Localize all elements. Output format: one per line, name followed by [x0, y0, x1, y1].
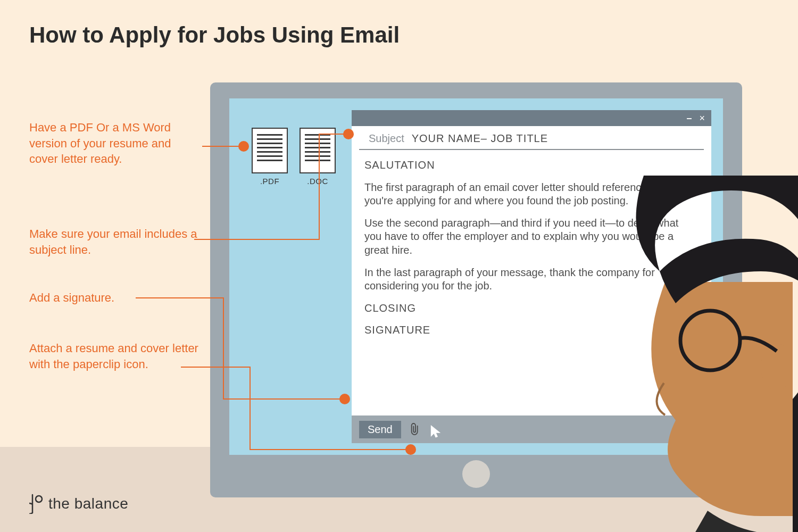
email-body[interactable]: SALUTATION The first paragraph of an ema…: [352, 150, 711, 415]
document-icon: [300, 128, 336, 173]
close-button[interactable]: ×: [699, 113, 705, 124]
tip-attach: Attach a resume and cover letter with th…: [29, 340, 200, 372]
email-window: – × Subject YOUR NAME– JOB TITLE SALUTAT…: [352, 110, 711, 443]
email-titlebar: – ×: [352, 110, 711, 126]
brand-logo: the balance: [29, 494, 128, 514]
tip-signature: Add a signature.: [29, 290, 114, 306]
brand-text: the balance: [48, 495, 128, 512]
document-icon: [252, 128, 288, 173]
svg-point-5: [761, 344, 793, 390]
closing: CLOSING: [364, 302, 699, 315]
file-pdf-label: .PDF: [251, 177, 289, 186]
email-subject-row: Subject YOUR NAME– JOB TITLE: [359, 126, 704, 150]
body-paragraph-1: The first paragraph of an email cover le…: [364, 181, 699, 208]
page-title: How to Apply for Jobs Using Email: [29, 22, 400, 48]
file-doc[interactable]: .DOC: [298, 128, 337, 186]
tip-subject-line: Make sure your email includes a subject …: [29, 226, 200, 257]
paperclip-icon[interactable]: [410, 422, 421, 437]
salutation: SALUTATION: [364, 159, 699, 172]
desktop-screen: .PDF .DOC – × Subject YOUR NAME– JOB TIT…: [229, 98, 723, 455]
monitor-home-button: [462, 460, 490, 488]
minimize-button[interactable]: –: [686, 113, 692, 124]
email-toolbar: Send: [352, 415, 711, 443]
tip-resume-ready: Have a PDF Or a MS Word version of your …: [29, 120, 200, 167]
file-doc-label: .DOC: [298, 177, 337, 186]
subject-label: Subject: [369, 132, 404, 145]
subject-value[interactable]: YOUR NAME– JOB TITLE: [412, 132, 548, 145]
send-button[interactable]: Send: [359, 421, 401, 438]
balance-logo-icon: [29, 494, 44, 514]
signature: SIGNATURE: [364, 323, 699, 337]
file-pdf[interactable]: .PDF: [251, 128, 289, 186]
cursor-icon: [430, 425, 442, 438]
body-paragraph-2: Use the second paragraph—and third if yo…: [364, 217, 699, 257]
body-paragraph-3: In the last paragraph of your message, t…: [364, 266, 699, 293]
monitor-frame: .PDF .DOC – × Subject YOUR NAME– JOB TIT…: [210, 82, 742, 497]
svg-point-0: [36, 496, 42, 502]
